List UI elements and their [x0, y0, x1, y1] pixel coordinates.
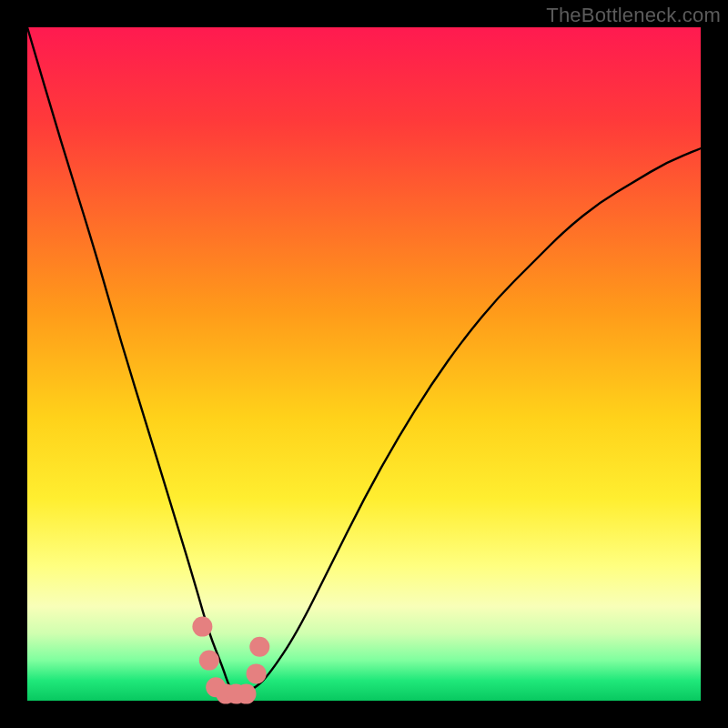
- valley-marker: [199, 651, 219, 671]
- valley-marker: [192, 617, 212, 637]
- bottleneck-curve: [27, 27, 701, 694]
- plot-area: [27, 27, 701, 701]
- curve-svg: [27, 27, 701, 701]
- chart-stage: TheBottleneck.com: [0, 0, 728, 728]
- valley-marker: [237, 684, 257, 704]
- watermark-text: TheBottleneck.com: [546, 4, 721, 27]
- valley-markers: [192, 617, 269, 704]
- valley-marker: [247, 663, 267, 683]
- valley-marker: [249, 637, 269, 657]
- curve-layer: [27, 27, 701, 694]
